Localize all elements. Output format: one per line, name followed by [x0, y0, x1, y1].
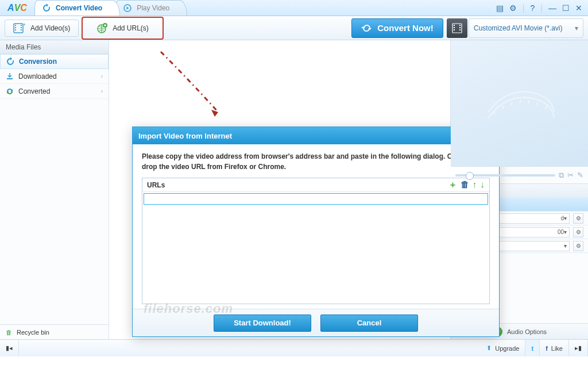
svg-rect-17	[459, 29, 461, 30]
dialog-message: Please copy the video address from brows…	[142, 151, 490, 172]
button-label: Add URL(s)	[113, 24, 149, 32]
settings-icon[interactable]: ⚙	[509, 3, 517, 13]
dialog-titlebar: Import Video from Internet ✕	[133, 127, 499, 144]
sidebar-item-label: Converted	[18, 87, 50, 95]
menu-icon[interactable]: ▤	[496, 3, 504, 13]
chevron-right-icon: ›	[101, 73, 103, 79]
chevron-down-icon: ▾	[564, 243, 567, 249]
sidebar: Media Files Conversion Downloaded › Conv…	[0, 40, 109, 339]
add-videos-button[interactable]: + Add Video(s)	[5, 20, 79, 37]
option-settings-icon[interactable]: ⚙	[573, 213, 583, 224]
sidebar-item-downloaded[interactable]: Downloaded ›	[0, 69, 109, 84]
upgrade-icon: ⬆	[486, 344, 492, 352]
svg-rect-13	[454, 27, 455, 28]
svg-rect-12	[454, 25, 455, 26]
tab-play-video[interactable]: Play Video	[115, 0, 187, 16]
audio-options-label: Audio Options	[507, 328, 547, 335]
delete-url-icon[interactable]: 🗑	[461, 179, 469, 190]
play-icon	[123, 3, 132, 13]
window-controls: ▤ ⚙ | ? | — ☐ ✕	[490, 0, 588, 16]
conversion-icon	[6, 57, 14, 66]
chevron-down-icon: ▾	[575, 24, 578, 32]
svg-rect-2	[15, 25, 16, 26]
twitter-button[interactable]: t	[525, 340, 540, 356]
toolbar: + Add Video(s) Add URL(s) Convert Now! C…	[0, 16, 588, 40]
chevron-down-icon: ▾	[564, 229, 567, 235]
urls-box: URLs ＋ 🗑 ↑ ↓	[142, 178, 490, 304]
dialog-title: Import Video from Internet	[138, 132, 232, 140]
seek-slider[interactable]	[455, 174, 555, 177]
url-list[interactable]	[142, 206, 489, 304]
button-label: Convert Now!	[377, 23, 434, 33]
sidebar-header: Media Files	[0, 40, 109, 54]
recycle-label: Recycle bin	[17, 329, 49, 336]
globe-plus-icon	[96, 22, 108, 34]
svg-rect-14	[454, 29, 455, 30]
trash-icon: 🗑	[6, 329, 12, 336]
sidebar-item-label: Conversion	[19, 57, 57, 66]
refresh-icon	[42, 3, 51, 13]
tab-label: Convert Video	[56, 4, 102, 12]
move-up-icon[interactable]: ↑	[473, 179, 477, 190]
sidebar-item-label: Downloaded	[18, 72, 57, 80]
svg-rect-7	[21, 29, 22, 30]
svg-rect-6	[21, 27, 22, 28]
cancel-button[interactable]: Cancel	[320, 315, 418, 332]
refresh-icon	[361, 23, 372, 33]
upgrade-button[interactable]: ⬆ Upgrade	[481, 340, 525, 356]
svg-rect-15	[459, 25, 461, 26]
facebook-like-button[interactable]: f Like	[540, 340, 569, 356]
start-download-button[interactable]: Start Download!	[214, 315, 311, 332]
film-icon[interactable]	[447, 18, 467, 38]
content-area: Import Video from Internet ✕ Please copy…	[109, 40, 450, 339]
sidebar-item-conversion[interactable]: Conversion	[0, 54, 109, 69]
annotation-arrow	[149, 46, 253, 126]
chevron-down-icon: ▾	[564, 215, 567, 221]
option-settings-icon[interactable]: ⚙	[573, 227, 583, 237]
url-input[interactable]	[144, 193, 488, 205]
svg-rect-5	[21, 25, 22, 26]
recycle-bin[interactable]: 🗑 Recycle bin	[0, 324, 109, 339]
dropdown-label: Customized AVI Movie (*.avi)	[474, 24, 563, 32]
output-profile-select: Customized AVI Movie (*.avi) ▾	[447, 18, 583, 38]
option-settings-icon[interactable]: ⚙	[573, 241, 583, 251]
title-bar: AVC Convert Video Play Video ▤ ⚙ | ? | —…	[0, 0, 588, 16]
panel-toggle-right[interactable]: ▸▮	[569, 340, 588, 356]
profile-dropdown[interactable]: Customized AVI Movie (*.avi) ▾	[469, 18, 583, 38]
snapshot-icon[interactable]: ⧉	[559, 171, 564, 180]
preview-area	[451, 40, 588, 167]
add-urls-button[interactable]: Add URL(s)	[82, 17, 163, 39]
upgrade-label: Upgrade	[495, 345, 519, 352]
svg-rect-16	[459, 27, 461, 28]
close-icon[interactable]: ✕	[575, 3, 582, 13]
svg-rect-4	[15, 29, 16, 30]
app-logo: AVC	[0, 0, 34, 16]
button-label: Add Video(s)	[30, 24, 70, 32]
film-plus-icon: +	[13, 23, 26, 33]
panel-toggle-left[interactable]: ▮◂	[0, 340, 19, 356]
help-icon[interactable]: ?	[531, 3, 535, 13]
svg-rect-18	[7, 78, 13, 79]
converted-icon	[6, 87, 14, 95]
urls-label: URLs	[147, 181, 165, 189]
status-bar: ▮◂ ⬆ Upgrade t f Like ▸▮	[0, 339, 588, 356]
edit-icon[interactable]: ✎	[577, 171, 583, 179]
filmstrip-icon	[482, 78, 557, 129]
svg-text:+: +	[23, 23, 26, 28]
like-label: Like	[551, 345, 563, 352]
chevron-right-icon: ›	[101, 88, 103, 94]
convert-now-button[interactable]: Convert Now!	[351, 18, 443, 38]
cut-icon[interactable]: ✂	[567, 171, 574, 179]
add-url-icon[interactable]: ＋	[448, 179, 457, 190]
twitter-icon: t	[531, 345, 533, 352]
import-url-dialog: Import Video from Internet ✕ Please copy…	[132, 126, 500, 337]
minimize-icon[interactable]: —	[548, 3, 556, 13]
sidebar-item-converted[interactable]: Converted ›	[0, 84, 109, 99]
maximize-icon[interactable]: ☐	[562, 3, 570, 13]
tab-convert-video[interactable]: Convert Video	[34, 0, 120, 16]
facebook-icon: f	[546, 345, 548, 352]
tab-label: Play Video	[137, 4, 169, 12]
move-down-icon[interactable]: ↓	[481, 179, 485, 190]
svg-rect-3	[15, 27, 16, 28]
download-icon	[6, 72, 14, 80]
